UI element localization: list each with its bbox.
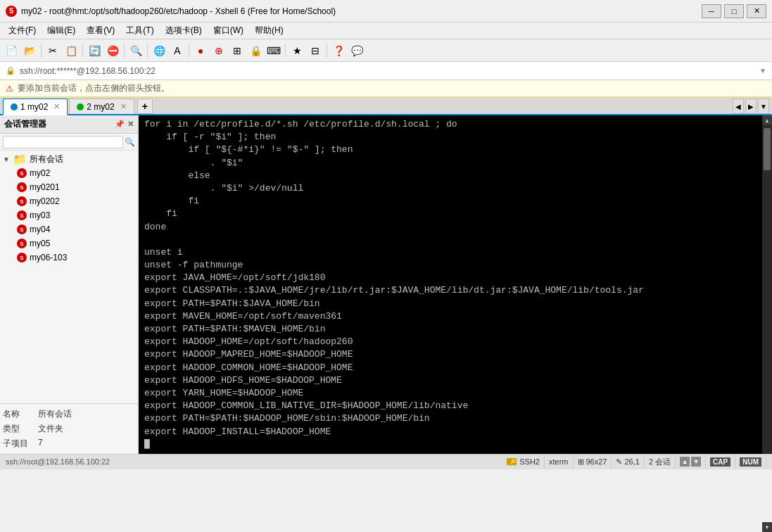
toolbar-stop[interactable]: ⛔ [104, 42, 121, 59]
tab-nav-right[interactable]: ▶ [745, 99, 757, 114]
tab-1[interactable]: 1 my02 ✕ [3, 99, 68, 115]
status-bar: ssh://root@192.168.56.100:22 🔑 SSH2 xter… [0, 454, 772, 469]
terminal-content[interactable]: for i in /etc/profile.d/*.sh /etc/profil… [139, 115, 762, 454]
status-cursor: ✎ 26,1 [612, 454, 644, 469]
address-dropdown[interactable]: ▼ [759, 67, 766, 75]
toolbar-refresh[interactable]: 🔄 [86, 42, 103, 59]
status-ssh: 🔑 SSH2 [502, 454, 545, 469]
tab-nav-left[interactable]: ◀ [733, 99, 744, 114]
menu-tabs[interactable]: 选项卡(B) [160, 23, 208, 39]
status-connection: ssh://root@192.168.56.100:22 [6, 457, 502, 466]
info-bar-text: 要添加当前会话，点击左侧的箭头按钮。 [18, 82, 170, 94]
toolbar-globe[interactable]: 🌐 [151, 42, 167, 59]
tree-label-my0201: my0201 [30, 182, 60, 192]
menu-bar: 文件(F) 编辑(E) 查看(V) 工具(T) 选项卡(B) 窗口(W) 帮助(… [0, 23, 772, 39]
toolbar: 📄 📂 ✂ 📋 🔄 ⛔ 🔍 🌐 A ● ⊕ ⊞ 🔒 ⌨ ★ ⊟ ❓ 💬 [0, 39, 772, 62]
session-dot-my02: S [17, 168, 27, 178]
terminal-area[interactable]: for i in /etc/profile.d/*.sh /etc/profil… [139, 115, 772, 454]
info-type-val: 文件夹 [38, 423, 63, 435]
info-row-name: 名称 所有会话 [3, 407, 135, 422]
tab-1-dot [11, 103, 18, 110]
session-tree: ▼ 📁 所有会话 S my02 S my0201 S my0202 [0, 151, 138, 403]
tree-root-node[interactable]: ▼ 📁 所有会话 [0, 152, 138, 166]
tab-bar: 1 my02 ✕ 2 my02 ✕ + ◀ ▶ ▼ [0, 97, 772, 115]
sidebar-search: 🔍 [0, 134, 138, 151]
minimize-button[interactable]: ─ [702, 4, 721, 18]
maximize-button[interactable]: □ [724, 4, 744, 18]
sidebar-close-icon[interactable]: ✕ [127, 120, 134, 129]
num-badge: NUM [740, 457, 761, 467]
toolbar-chat[interactable]: 💬 [348, 42, 365, 59]
info-child-key: 子项目 [3, 438, 38, 450]
toolbar-cut[interactable]: ✂ [44, 42, 61, 59]
tree-label-my02: my02 [30, 168, 50, 178]
terminal-scrollbar[interactable]: ▲ ▼ [762, 115, 772, 454]
tab-2[interactable]: 2 my02 ✕ [69, 99, 134, 114]
tree-node-my06[interactable]: S my06-103 [0, 251, 138, 265]
info-child-val: 7 [38, 438, 43, 450]
menu-help[interactable]: 帮助(H) [249, 23, 289, 39]
status-cursor-label: 26,1 [624, 457, 639, 466]
close-button[interactable]: ✕ [747, 4, 766, 18]
sidebar-info: 名称 所有会话 类型 文件夹 子项目 7 [0, 403, 138, 454]
address-text: ssh://root:******@192.168.56.100:22 [20, 66, 759, 76]
toolbar-open[interactable]: 📂 [21, 42, 38, 59]
window-title: my02 - root@hmt:/opt/soft/hadoop260/etc/… [21, 6, 702, 16]
tree-node-my0202[interactable]: S my0202 [0, 194, 138, 208]
sidebar-title: 会话管理器 [4, 118, 115, 130]
tree-node-my0201[interactable]: S my0201 [0, 180, 138, 194]
tab-2-label: 2 my02 [87, 102, 114, 112]
toolbar-new[interactable]: 📄 [3, 42, 20, 59]
nav-down-arrow[interactable]: ▼ [691, 457, 701, 467]
toolbar-search[interactable]: 🔍 [127, 42, 144, 59]
tab-1-label: 1 my02 [20, 102, 48, 112]
tree-node-my02[interactable]: S my02 [0, 166, 138, 180]
menu-window[interactable]: 窗口(W) [208, 23, 249, 39]
session-dot-my04: S [17, 224, 27, 234]
tree-node-my04[interactable]: S my04 [0, 222, 138, 236]
menu-file[interactable]: 文件(F) [3, 23, 42, 39]
info-type-key: 类型 [3, 423, 38, 435]
status-sessions: 2 会话 [645, 454, 676, 469]
cap-badge: CAP [710, 457, 730, 467]
toolbar-keyboard[interactable]: ⌨ [265, 42, 282, 59]
tab-add-button[interactable]: + [137, 99, 153, 114]
sidebar-header-icons: 📌 ✕ [115, 120, 134, 129]
toolbar-help[interactable]: ❓ [330, 42, 347, 59]
info-bar: ⚠ 要添加当前会话，点击左侧的箭头按钮。 [0, 80, 772, 97]
toolbar-expand[interactable]: ⊞ [229, 42, 246, 59]
tab-2-close[interactable]: ✕ [120, 102, 127, 111]
tree-root-label: 所有会话 [30, 153, 63, 165]
status-nav-arrows: ▲ ▼ [676, 454, 706, 469]
folder-icon: 📁 [13, 153, 27, 166]
toolbar-font[interactable]: A [169, 42, 186, 59]
tab-nav-menu[interactable]: ▼ [758, 99, 769, 114]
menu-view[interactable]: 查看(V) [81, 23, 120, 39]
toolbar-red1[interactable]: ● [192, 42, 209, 59]
menu-edit[interactable]: 编辑(E) [42, 23, 81, 39]
scroll-thumb[interactable] [764, 128, 771, 170]
nav-up-arrow[interactable]: ▲ [680, 457, 690, 467]
tab-1-close[interactable]: ✕ [53, 102, 60, 111]
scroll-up[interactable]: ▲ [762, 115, 772, 125]
toolbar-star[interactable]: ★ [289, 42, 305, 59]
menu-tools[interactable]: 工具(T) [120, 23, 159, 39]
sidebar-search-input[interactable] [3, 136, 123, 148]
tree-label-my06: my06-103 [30, 253, 67, 262]
window-controls: ─ □ ✕ [702, 4, 766, 18]
status-ssh-label: SSH2 [519, 457, 540, 466]
tree-node-my05[interactable]: S my05 [0, 236, 138, 251]
tree-node-my03[interactable]: S my03 [0, 208, 138, 222]
sidebar-pin-icon[interactable]: 📌 [115, 120, 125, 129]
toolbar-copy[interactable]: 📋 [63, 42, 80, 59]
search-icon[interactable]: 🔍 [125, 137, 135, 147]
toolbar-lock[interactable]: 🔒 [247, 42, 264, 59]
tree-label-my0202: my0202 [30, 196, 60, 206]
info-row-type: 类型 文件夹 [3, 422, 135, 436]
toolbar-red2[interactable]: ⊕ [210, 42, 227, 59]
info-name-val: 所有会话 [38, 408, 72, 420]
size-icon: ⊞ [578, 457, 584, 467]
ssh-icon: 🔑 [507, 458, 517, 465]
status-cap: CAP [706, 454, 735, 469]
toolbar-layout[interactable]: ⊟ [307, 42, 324, 59]
